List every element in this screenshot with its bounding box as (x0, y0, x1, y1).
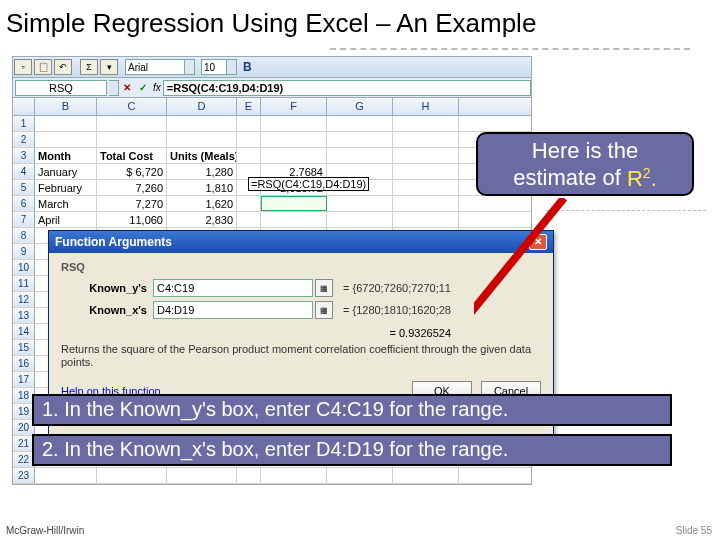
col-G[interactable]: G (327, 98, 393, 115)
known-x-label: Known_x's (61, 304, 147, 316)
col-E[interactable]: E (237, 98, 261, 115)
bold-button[interactable]: B (243, 60, 252, 74)
known-y-preview: = {6720;7260;7270;11 (343, 282, 451, 294)
row-hdr[interactable]: 10 (13, 260, 35, 275)
cell[interactable]: Month (35, 148, 97, 163)
dialog-title-text: Function Arguments (55, 235, 172, 249)
footer-left: McGraw-Hill/Irwin (6, 525, 84, 536)
editing-cell-overflow: =RSQ(C4:C19,D4:D19) (248, 177, 369, 191)
cell[interactable]: $ 6,720 (97, 164, 167, 179)
row-hdr[interactable]: 2 (13, 132, 35, 147)
row-hdr[interactable]: 9 (13, 244, 35, 259)
row-hdr[interactable]: 16 (13, 356, 35, 371)
function-name-label: RSQ (61, 261, 541, 273)
row-hdr[interactable]: 3 (13, 148, 35, 163)
col-B[interactable]: B (35, 98, 97, 115)
known-y-input[interactable] (153, 279, 313, 297)
page-title: Simple Regression Using Excel – An Examp… (0, 0, 720, 43)
font-name-select[interactable]: Arial (125, 59, 185, 75)
svg-line-0 (474, 198, 564, 358)
row-hdr[interactable]: 23 (13, 468, 35, 483)
row-hdr[interactable]: 8 (13, 228, 35, 243)
range-picker-icon[interactable]: ▦ (315, 301, 333, 319)
row-hdr[interactable]: 1 (13, 116, 35, 131)
fx-icon[interactable]: fx (153, 82, 161, 93)
sort-icon[interactable]: ▾ (100, 59, 118, 75)
footer-right: Slide 55 (676, 525, 712, 536)
enter-icon[interactable]: ✓ (136, 81, 150, 95)
instruction-1: 1. In the Known_y's box, enter C4:C19 fo… (32, 394, 672, 426)
select-all-corner[interactable] (13, 98, 35, 115)
font-name-dd-icon[interactable] (185, 59, 195, 75)
row-hdr[interactable]: 12 (13, 292, 35, 307)
cancel-icon[interactable]: ✕ (120, 81, 134, 95)
font-size-select[interactable]: 10 (201, 59, 227, 75)
cell[interactable]: February (35, 180, 97, 195)
row-hdr[interactable]: 13 (13, 308, 35, 323)
row-hdr[interactable]: 5 (13, 180, 35, 195)
callout-line2a: estimate of (513, 166, 627, 191)
row-hdr[interactable]: 14 (13, 324, 35, 339)
row-hdr[interactable]: 11 (13, 276, 35, 291)
cell[interactable]: Units (Meals) (167, 148, 237, 163)
name-box-dd-icon[interactable] (109, 80, 119, 96)
name-box[interactable]: RSQ (15, 80, 107, 96)
row-hdr[interactable]: 6 (13, 196, 35, 211)
cell[interactable]: Total Cost (97, 148, 167, 163)
col-F[interactable]: F (261, 98, 327, 115)
range-picker-icon[interactable]: ▦ (315, 279, 333, 297)
function-description: Returns the square of the Pearson produc… (61, 343, 541, 369)
callout-r2: Here is the estimate of R2. (476, 132, 694, 196)
col-C[interactable]: C (97, 98, 167, 115)
arrow-icon (474, 198, 634, 368)
row-hdr[interactable]: 4 (13, 164, 35, 179)
callout-r2-letter: R (627, 166, 643, 191)
paste-icon[interactable]: 📋 (34, 59, 52, 75)
cell[interactable]: 1,620 (167, 196, 237, 211)
row-hdr[interactable]: 17 (13, 372, 35, 387)
cell[interactable]: 11,060 (97, 212, 167, 227)
cell[interactable]: March (35, 196, 97, 211)
undo-icon[interactable]: ↶ (54, 59, 72, 75)
cell[interactable]: 2,830 (167, 212, 237, 227)
toolbar: ▫ 📋 ↶ Σ ▾ Arial 10 B (12, 56, 532, 78)
function-result: = 0.9326524 (61, 327, 541, 339)
row-hdr[interactable]: 7 (13, 212, 35, 227)
column-headers: B C D E F G H (13, 98, 531, 116)
active-cell[interactable] (261, 196, 327, 211)
col-D[interactable]: D (167, 98, 237, 115)
row-hdr[interactable]: 15 (13, 340, 35, 355)
sum-icon[interactable]: Σ (80, 59, 98, 75)
formula-input[interactable]: =RSQ(C4:C19,D4:D19) (163, 80, 531, 96)
font-size-dd-icon[interactable] (227, 59, 237, 75)
cell[interactable]: 1,280 (167, 164, 237, 179)
cell[interactable]: 7,260 (97, 180, 167, 195)
known-x-preview: = {1280;1810;1620;28 (343, 304, 451, 316)
cell[interactable]: 7,270 (97, 196, 167, 211)
decorative-dash (330, 48, 690, 50)
formula-bar: RSQ ✕ ✓ fx =RSQ(C4:C19,D4:D19) (12, 78, 532, 98)
col-H[interactable]: H (393, 98, 459, 115)
new-icon[interactable]: ▫ (14, 59, 32, 75)
callout-r2-sup: 2 (643, 164, 651, 180)
cell[interactable]: 1,810 (167, 180, 237, 195)
callout-dot: . (651, 166, 657, 191)
callout-line1: Here is the (532, 138, 638, 163)
cell[interactable]: April (35, 212, 97, 227)
instruction-2: 2. In the Known_x's box, enter D4:D19 fo… (32, 434, 672, 466)
known-x-input[interactable] (153, 301, 313, 319)
cell[interactable]: January (35, 164, 97, 179)
known-y-label: Known_y's (61, 282, 147, 294)
